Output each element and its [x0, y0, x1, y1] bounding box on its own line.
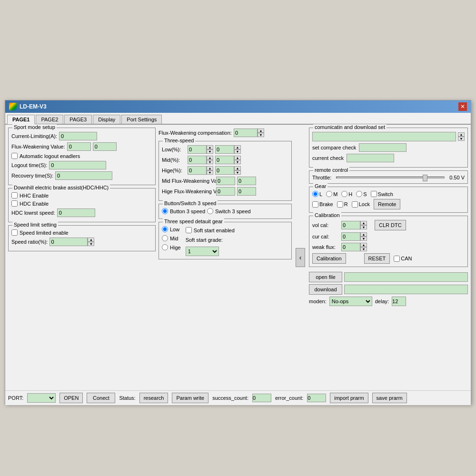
recovery-time-input[interactable]: 0: [55, 171, 112, 180]
open-port-button[interactable]: OPEN: [60, 393, 83, 403]
brake-checkbox[interactable]: [312, 201, 318, 208]
mid-up2[interactable]: ▲: [234, 156, 241, 160]
mid-down2[interactable]: ▼: [234, 160, 241, 164]
mid-flux-input1[interactable]: 0: [216, 177, 235, 185]
tab-display[interactable]: Display: [93, 115, 120, 124]
low-input1[interactable]: 0: [188, 145, 207, 154]
import-prarm-button[interactable]: import prarm: [330, 393, 368, 403]
hige-flux-input2[interactable]: 0: [237, 187, 256, 196]
app-icon: [9, 103, 17, 110]
auto-logout-label: Automatic logout enadlers: [20, 153, 80, 159]
vol-cal-down[interactable]: ▼: [360, 225, 367, 229]
low-up1[interactable]: ▲: [207, 145, 213, 149]
flux-comp-down[interactable]: ▼: [258, 133, 264, 137]
soft-start-checkbox[interactable]: [186, 227, 192, 233]
set-compare-input[interactable]: [359, 143, 407, 152]
comm-main-input[interactable]: [312, 132, 456, 141]
connect-button[interactable]: Conect: [87, 393, 115, 403]
logout-time-input[interactable]: 0: [49, 161, 106, 169]
save-prarm-button[interactable]: save prarm: [372, 393, 407, 403]
switch3-radio[interactable]: [207, 208, 213, 214]
tab-page2[interactable]: PAGE2: [36, 115, 63, 124]
moden-select[interactable]: No-ops: [329, 297, 372, 306]
hige-flux-input1[interactable]: 0: [216, 187, 235, 196]
flux-weakening-input2[interactable]: 0: [93, 142, 117, 151]
can-checkbox[interactable]: [394, 256, 400, 262]
cur-cal-down[interactable]: ▼: [360, 237, 367, 241]
speed-ratio-down[interactable]: ▼: [88, 242, 94, 246]
clr-dtc-button[interactable]: CLR DTC: [375, 220, 406, 230]
weak-flux-up[interactable]: ▲: [360, 243, 367, 247]
low-down1[interactable]: ▼: [207, 149, 213, 154]
reset-button[interactable]: RESET: [364, 253, 390, 264]
download-button[interactable]: download: [309, 284, 342, 295]
gear-h-radio[interactable]: [341, 191, 347, 197]
low-input2[interactable]: 0: [215, 145, 234, 154]
tab-page1[interactable]: PAGE1: [7, 115, 35, 124]
cur-cal-input[interactable]: 0: [341, 232, 360, 241]
hdc-lowest-input[interactable]: 0: [57, 208, 95, 217]
mid-down1[interactable]: ▼: [207, 160, 213, 164]
calibration-button[interactable]: Calibration: [312, 253, 346, 264]
research-button[interactable]: research: [139, 393, 169, 403]
speed-limit-group: Speed limit setting Speed limited enable…: [8, 225, 156, 251]
open-file-button[interactable]: open file: [309, 272, 342, 282]
cur-cal-label: cur cal:: [312, 234, 338, 239]
hige-up2[interactable]: ▲: [234, 166, 241, 170]
comm-scroll-down[interactable]: ▼: [458, 137, 465, 141]
remote-button[interactable]: Remote: [374, 199, 401, 209]
speed-limit-label: Speed limit setting: [12, 222, 58, 228]
speed-ratio-up[interactable]: ▲: [88, 238, 94, 242]
open-file-input[interactable]: [344, 272, 468, 282]
gear-switch-checkbox[interactable]: [371, 191, 377, 197]
low-up2[interactable]: ▲: [234, 145, 241, 149]
r-checkbox[interactable]: [337, 201, 343, 208]
default-hige-radio[interactable]: [162, 244, 168, 250]
port-dropdown[interactable]: [27, 393, 56, 403]
tab-port-settings[interactable]: Port Settings: [121, 115, 162, 124]
comm-scroll-up[interactable]: ▲: [458, 132, 465, 137]
flux-weakening-input1[interactable]: 0: [67, 142, 91, 151]
current-limiting-input[interactable]: 0: [59, 132, 97, 140]
hige-input2[interactable]: 0: [215, 166, 234, 175]
vol-cal-up[interactable]: ▲: [360, 221, 367, 225]
collapse-arrow[interactable]: ‹: [296, 248, 305, 267]
gear-l-radio[interactable]: [312, 191, 318, 197]
vol-cal-input[interactable]: 0: [341, 221, 360, 229]
weak-flux-down[interactable]: ▼: [360, 247, 367, 251]
close-button[interactable]: ✕: [458, 102, 467, 111]
mid-input2[interactable]: 0: [215, 156, 234, 164]
default-mid-radio[interactable]: [162, 235, 168, 241]
hige-down1[interactable]: ▼: [207, 170, 213, 175]
default-low-radio[interactable]: [162, 226, 168, 232]
success-count-input[interactable]: 0: [252, 394, 271, 402]
auto-logout-checkbox[interactable]: [11, 153, 18, 159]
gear-s-radio[interactable]: [356, 191, 362, 197]
speed-limited-label: Speed limited enable: [20, 230, 69, 236]
button3-radio[interactable]: [162, 208, 168, 214]
mid-flux-input2[interactable]: 0: [237, 177, 256, 185]
current-check-input[interactable]: [347, 154, 394, 162]
speed-ratio-input[interactable]: 0: [50, 238, 88, 246]
tab-page3[interactable]: PAGE3: [64, 115, 92, 124]
gear-m-radio[interactable]: [326, 191, 332, 197]
hige-down2[interactable]: ▼: [234, 170, 241, 175]
weak-flux-input[interactable]: 0: [341, 243, 360, 251]
soft-start-grade-select[interactable]: 1: [186, 247, 219, 256]
mid-up1[interactable]: ▲: [207, 156, 213, 160]
flux-comp-input[interactable]: 0: [234, 129, 258, 137]
speed-limited-checkbox[interactable]: [11, 229, 18, 236]
flux-comp-up[interactable]: ▲: [258, 129, 264, 133]
hdc-enable-checkbox[interactable]: [11, 200, 18, 207]
hige-up1[interactable]: ▲: [207, 166, 213, 170]
delay-input[interactable]: 12: [392, 297, 406, 306]
hige-input1[interactable]: 0: [188, 166, 207, 175]
param-write-button[interactable]: Param write: [172, 393, 208, 403]
cur-cal-up[interactable]: ▲: [360, 232, 367, 237]
lock-checkbox[interactable]: [352, 201, 358, 208]
throttle-slider-thumb[interactable]: [423, 175, 427, 181]
low-down2[interactable]: ▼: [234, 149, 241, 154]
mid-input1[interactable]: 0: [188, 156, 207, 164]
error-count-input[interactable]: 0: [307, 394, 326, 402]
hhc-enable-checkbox[interactable]: [11, 192, 18, 198]
